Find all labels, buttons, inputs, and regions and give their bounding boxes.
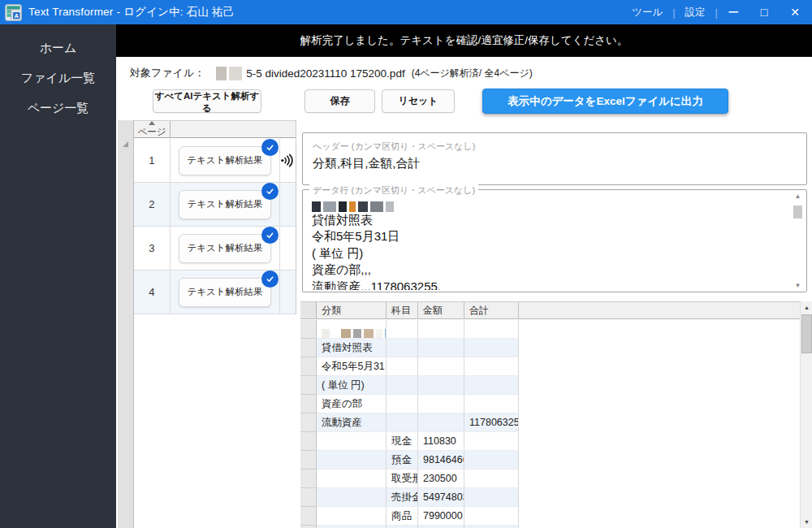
table-cell[interactable] [387,339,418,357]
table-cell[interactable] [418,376,464,395]
table-cell[interactable]: 資産の部 [317,395,387,413]
data-line: 資産の部,,, [312,262,785,279]
row-gutter[interactable] [300,507,317,526]
table-cell[interactable] [464,320,519,339]
sidebar-item-file-list[interactable]: ファイル一覧 [0,63,116,93]
tools-menu[interactable]: ツール [622,6,672,19]
scrollbar-thumb[interactable] [793,206,802,219]
row-gutter[interactable] [300,357,317,376]
scroll-up-icon[interactable]: ▲ [801,301,812,314]
maximize-button[interactable]: □ [749,0,780,24]
table-cell[interactable]: 商品 [387,507,418,526]
table-cell[interactable]: 98146466 [418,451,464,470]
text-analysis-result-button[interactable]: テキスト解析結果 [179,190,271,219]
column-header-3[interactable]: 金額 [418,302,464,318]
page-row-icon-cell[interactable] [280,139,296,182]
row-gutter[interactable] [300,320,317,339]
row-gutter[interactable] [300,432,317,451]
scrollbar-thumb[interactable] [801,314,812,353]
table-cell[interactable]: 令和5年5月31日 [317,357,387,376]
table-cell[interactable] [464,395,519,413]
table-cell[interactable] [387,413,418,432]
sidebar-item-home[interactable]: ホーム [0,32,116,63]
table-cell[interactable]: 230500 [418,470,464,488]
table-cell[interactable]: 7990000 [418,507,464,526]
close-button[interactable]: ✕ [780,0,810,24]
page-column-header[interactable]: ページ [134,121,171,137]
table-cell[interactable] [464,470,519,488]
row-gutter[interactable] [300,488,317,507]
data-rows-text[interactable]: 貸借対照表令和5年5月31日( 単位 円)資産の部,,,流動資産,,,11780… [312,195,785,290]
table-cell[interactable]: 1178063255 [464,413,519,432]
table-cell[interactable]: 貸借対照表 [317,339,387,357]
page-row: 1テキスト解析結果 [134,139,296,183]
select-all-corner[interactable] [123,141,128,147]
minimize-button[interactable]: ー [718,0,749,24]
table-cell[interactable] [418,395,464,413]
table-cell[interactable] [418,320,464,339]
analyze-all-button[interactable]: すべてAIテキスト解析する [153,89,261,113]
header-field-value[interactable]: 分類,科目,金額,合計 [313,156,797,171]
table-cell[interactable]: ( 単位 円) [317,376,387,395]
table-cell[interactable] [464,451,519,470]
table-cell[interactable] [464,339,519,357]
analyzed-check-icon [261,227,279,244]
table-cell[interactable] [387,395,418,413]
table-cell[interactable] [464,432,519,451]
table-cell[interactable] [317,507,387,526]
text-analysis-result-button[interactable]: テキスト解析結果 [179,146,271,175]
table-cell[interactable] [317,320,387,339]
settings-menu[interactable]: 設定 [676,6,715,19]
text-analysis-result-button[interactable]: テキスト解析結果 [179,278,271,307]
text-analysis-result-button[interactable]: テキスト解析結果 [179,234,271,263]
table-cell[interactable] [387,376,418,395]
scroll-down-icon[interactable]: ▼ [801,516,812,528]
row-gutter[interactable] [300,413,317,432]
row-gutter[interactable] [300,451,317,470]
table-cell[interactable] [317,470,387,488]
save-button[interactable]: 保存 [304,89,375,113]
redacted-data-line [312,195,785,212]
table-cell[interactable] [418,413,464,432]
row-gutter[interactable] [300,470,317,488]
table-cell[interactable] [464,488,519,507]
row-gutter[interactable] [300,339,317,357]
reset-button[interactable]: リセット [382,89,455,113]
table-cell[interactable]: 売掛金 [387,488,418,507]
table-row: 流動資産1178063255 [300,413,800,432]
scroll-up-icon[interactable]: ▲ [793,193,802,200]
table-cell[interactable]: 54974803 [418,488,464,507]
table-cell[interactable] [464,357,519,376]
table-cell[interactable]: 110830 [418,432,464,451]
page-grid-header: ページ [134,120,296,138]
row-gutter[interactable] [300,376,317,395]
column-header-1[interactable]: 分類 [317,302,387,318]
column-header-4[interactable]: 合計 [464,302,519,318]
table-cell[interactable]: 取受形 [387,470,418,488]
column-header-2[interactable]: 科目 [387,302,418,318]
sidebar-item-page-list[interactable]: ページ一覧 [0,93,116,123]
table-cell[interactable] [387,320,418,339]
header-field-box[interactable]: ヘッダー (カンマ区切り・スペースなし) 分類,科目,金額,合計 [302,132,807,185]
data-rows-field-box[interactable]: データ行 (カンマ区切り・スペースなし) 貸借対照表令和5年5月31日( 単位 … [302,189,807,292]
table-cell[interactable] [418,339,464,357]
scroll-down-icon[interactable]: ▼ [793,282,802,289]
table-scrollbar[interactable]: ▲ ▼ [800,301,812,528]
table-cell[interactable] [317,488,387,507]
sort-ascending-icon [149,121,155,125]
status-banner: 解析完了しました。テキストを確認/適宜修正/保存してください。 [116,24,812,57]
table-cell[interactable] [464,376,519,395]
row-gutter[interactable] [300,395,317,413]
table-row: 資産の部 [300,395,800,413]
table-gutter-corner[interactable] [300,302,317,318]
export-excel-button[interactable]: 表示中のデータをExcelファイルに出力 [482,89,728,114]
table-cell[interactable] [317,451,387,470]
table-cell[interactable] [387,357,418,376]
table-cell[interactable] [464,507,519,526]
table-cell[interactable]: 現金 [387,432,418,451]
table-cell[interactable] [418,357,464,376]
table-cell[interactable]: 預金 [387,451,418,470]
table-cell[interactable] [317,432,387,451]
data-rows-scrollbar[interactable]: ▲ ▼ [792,193,804,289]
table-cell[interactable]: 流動資産 [317,413,387,432]
